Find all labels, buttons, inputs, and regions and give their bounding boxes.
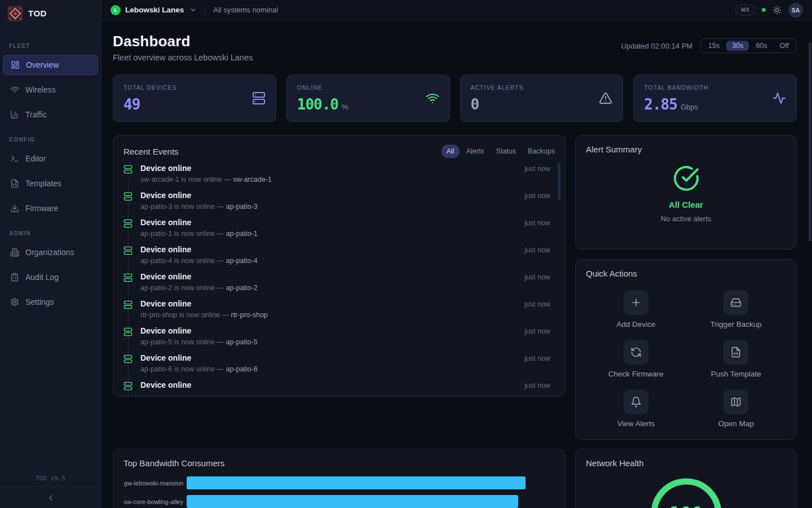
event-row: Device onlinejust nowap-patio-5 is now o… <box>123 326 555 353</box>
chevron-left-icon <box>46 493 55 502</box>
event-title: Device online <box>140 353 524 362</box>
event-title: Device online <box>140 299 524 308</box>
sidebar-item-firmware[interactable]: Firmware <box>3 198 98 218</box>
network-health-score: 100 <box>669 503 703 508</box>
sidebar-nav: FLEETOverviewWirelessTrafficCONFIGEditor… <box>0 27 101 475</box>
bandwidth-row: sw-core-bowling-alley <box>123 495 555 508</box>
sidebar-item-templates[interactable]: Templates <box>3 173 98 194</box>
refresh-interval-segmented-control: 15s30s60sOff <box>700 38 797 53</box>
quick-action-check-firmware[interactable]: Check Firmware <box>586 340 686 378</box>
alert-detail-text: No active alerts <box>661 214 712 223</box>
event-title: Device online <box>140 380 524 389</box>
event-row: Device onlinejust nowrtr-pro-shop is now… <box>123 299 555 326</box>
quick-action-push-template[interactable]: Push Template <box>686 340 787 378</box>
page-scrollbar-thumb[interactable] <box>809 42 811 242</box>
quick-action-label: View Alerts <box>617 419 655 428</box>
topbar: L Lebowski Lanes All systems nominal ⌘K … <box>102 0 812 20</box>
event-detail: sw-arcade-1 is now online — sw-arcade-1 <box>140 176 555 183</box>
terminal-icon <box>10 154 19 163</box>
gear-icon <box>10 297 19 306</box>
event-row: Device onlinejust nowsw-arcade-1 is now … <box>123 164 555 191</box>
building-icon <box>10 248 19 257</box>
sidebar-item-wireless[interactable]: Wireless <box>3 80 98 100</box>
bandwidth-row: gw-lebowski-mansion <box>123 476 555 489</box>
event-row: Device onlinejust nowap-patio-3 is now o… <box>123 191 555 218</box>
nav-section-label: ADMIN <box>0 223 101 242</box>
server-icon <box>252 91 266 105</box>
connection-status-dot <box>762 8 766 12</box>
sidebar-item-label: Templates <box>25 179 61 188</box>
sidebar-collapse-button[interactable] <box>0 487 101 508</box>
stat-card-active-alerts: ACTIVE ALERTS0 <box>460 75 624 122</box>
event-row: Device onlinejust now <box>123 380 555 397</box>
sidebar-item-overview[interactable]: Overview <box>3 55 98 75</box>
refresh-option-60s[interactable]: 60s <box>750 41 773 51</box>
bandwidth-device-label: gw-lebowski-mansion <box>123 480 187 487</box>
server-icon <box>123 273 133 282</box>
quick-action-label: Add Device <box>616 320 655 329</box>
network-health-title: Network Health <box>586 458 644 468</box>
sidebar-item-audit-log[interactable]: Audit Log <box>3 267 98 287</box>
brand-name: TOD <box>28 8 47 18</box>
events-tab-status[interactable]: Status <box>491 144 521 158</box>
file-code-icon <box>10 179 19 188</box>
network-health-gauge: 100 <box>586 475 786 508</box>
refresh-option-off[interactable]: Off <box>774 41 795 51</box>
events-tab-backups[interactable]: Backups <box>523 144 560 158</box>
event-detail: ap-patio-5 is now online — ap-patio-5 <box>140 338 555 346</box>
map-icon <box>723 389 748 414</box>
user-avatar[interactable]: SA <box>788 3 803 17</box>
sidebar-item-label: Wireless <box>25 85 56 94</box>
theme-toggle-sun-icon[interactable] <box>773 6 782 15</box>
events-tab-all[interactable]: All <box>442 144 460 158</box>
command-k-shortcut[interactable]: ⌘K <box>735 5 755 15</box>
quick-action-open-map[interactable]: Open Map <box>686 389 787 428</box>
check-circle-icon <box>673 165 700 192</box>
quick-action-label: Push Template <box>711 370 761 378</box>
events-tab-alerts[interactable]: Alerts <box>461 144 489 158</box>
event-detail: ap-patio-6 is now online — ap-patio-6 <box>140 365 555 373</box>
sidebar-item-settings[interactable]: Settings <box>3 292 98 312</box>
event-time: just now <box>524 219 555 227</box>
sidebar-item-organizations[interactable]: Organizations <box>3 242 98 262</box>
refresh-icon <box>624 340 648 365</box>
sidebar-item-label: Overview <box>26 60 59 69</box>
quick-action-add-device[interactable]: Add Device <box>586 290 686 329</box>
topbar-right: ⌘K SA <box>735 3 803 17</box>
quick-actions-panel: Quick Actions Add DeviceTrigger BackupCh… <box>575 259 797 440</box>
server-icon <box>123 327 133 336</box>
server-icon <box>123 165 133 174</box>
quick-action-trigger-backup[interactable]: Trigger Backup <box>686 290 787 329</box>
sidebar-item-label: Settings <box>25 297 54 306</box>
stat-value: 2.85 <box>644 96 677 113</box>
org-switcher[interactable]: L Lebowski Lanes <box>111 5 197 15</box>
quick-action-view-alerts[interactable]: View Alerts <box>586 389 686 428</box>
chevron-down-icon <box>189 6 197 14</box>
event-detail: rtr-pro-shop is now online — rtr-pro-sho… <box>140 311 555 319</box>
refresh-option-30s[interactable]: 30s <box>726 41 749 51</box>
sidebar: TOD FLEETOverviewWirelessTrafficCONFIGEd… <box>0 0 102 508</box>
stat-label: ACTIVE ALERTS <box>471 84 524 91</box>
server-icon <box>123 354 133 364</box>
event-time: just now <box>524 246 555 254</box>
stat-label: TOTAL DEVICES <box>123 84 177 91</box>
stat-card-online: ONLINE100.0% <box>286 75 450 122</box>
event-row: Device onlinejust nowap-patio-4 is now o… <box>123 245 555 272</box>
event-time: just now <box>524 354 555 362</box>
event-detail: ap-patio-1 is now online — ap-patio-1 <box>140 230 555 238</box>
sidebar-item-editor[interactable]: Editor <box>3 148 98 169</box>
bandwidth-panel-title: Top Bandwidth Consumers <box>123 458 224 468</box>
quick-action-label: Trigger Backup <box>710 320 762 329</box>
page-title: Dashboard <box>113 33 253 50</box>
stat-card-total-devices: TOTAL DEVICES49 <box>113 75 276 122</box>
sidebar-item-traffic[interactable]: Traffic <box>3 104 98 125</box>
recent-events-panel: Recent Events AllAlertsStatusBackups Dev… <box>113 135 566 397</box>
topbar-divider <box>205 6 205 15</box>
events-scrollbar-thumb[interactable] <box>558 163 561 200</box>
refresh-option-15s[interactable]: 15s <box>703 41 725 51</box>
event-title: Device online <box>140 245 524 254</box>
stat-label: ONLINE <box>297 84 348 91</box>
event-title: Device online <box>140 326 524 335</box>
stat-value: 100.0 <box>297 96 338 113</box>
bell-icon <box>624 389 648 414</box>
